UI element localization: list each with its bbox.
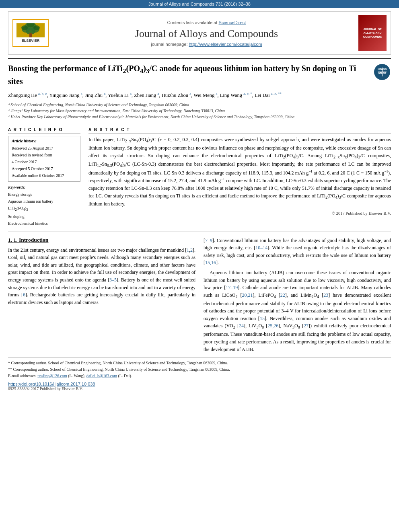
received-date: Received 25 August 2017 <box>12 145 77 152</box>
body-content: 1. 1. Introduction In the 21st century, … <box>8 237 391 353</box>
svg-rect-4 <box>29 33 32 37</box>
keywords-list: Energy storage Aqueous lithium ion batte… <box>8 191 80 226</box>
keyword-5: Electrochemical kinetics <box>8 220 80 227</box>
affiliation-c: ᶜ Hebei Province Key Laboratory of Photo… <box>8 114 391 120</box>
ref-17-19[interactable]: 17–19 <box>226 285 238 290</box>
intro-number: 1. <box>8 237 14 243</box>
sciencedirect-notice: Contents lists available at ScienceDirec… <box>55 19 358 26</box>
available-date: Available online 6 October 2017 <box>12 172 77 179</box>
accepted-date: Accepted 5 October 2017 <box>12 165 77 172</box>
contents-label: Contents lists available at <box>167 20 218 25</box>
article-info-panel: A R T I C L E I N F O Article history: R… <box>8 127 80 226</box>
ref-22[interactable]: 22 <box>280 292 285 298</box>
intro-paragraph-2: [7–9]. Conventional lithium ion battery … <box>204 237 391 267</box>
affiliations: ᵃ School of Chemical Engineering, North … <box>8 102 391 120</box>
article-info-heading: A R T I C L E I N F O <box>8 127 80 134</box>
article-title: Boosting the performance of LiTi2(PO4)3/… <box>8 63 367 87</box>
ref-3-5[interactable]: 3–5 <box>109 277 117 283</box>
email-link-1[interactable]: tswling@126.com <box>37 374 67 378</box>
affiliation-b: ᵇ Jiangxi Key Laboratory for Mass Spectr… <box>8 108 391 114</box>
intro-paragraph-3: Aqueous lithium ion battery (ALIB) can o… <box>204 269 391 353</box>
ref-15b[interactable]: 15 <box>260 316 265 321</box>
email2-name: (L. Dai). <box>118 374 132 378</box>
doi-link[interactable]: https://doi.org/10.1016/j.jallcom.2017.1… <box>8 382 391 386</box>
ref-10-14[interactable]: 10–14 <box>255 245 267 251</box>
email1-name: (L. Wang), <box>68 374 85 378</box>
copyright-notice: © 2017 Published by Elsevier B.V. <box>88 211 391 216</box>
journal-header-center: Contents lists available at ScienceDirec… <box>55 19 358 47</box>
ref-15-16[interactable]: 15,16 <box>205 260 216 265</box>
ref-27[interactable]: 27 <box>304 323 309 329</box>
ref-6[interactable]: 6 <box>23 292 25 298</box>
journal-name: Journal of Alloys and Compounds <box>55 28 358 40</box>
homepage-label: journal homepage: <box>151 42 187 47</box>
svg-point-5 <box>21 25 28 30</box>
revised-date: 4 October 2017 <box>12 158 77 165</box>
article-main: Boosting the performance of LiTi2(PO4)3/… <box>8 63 391 227</box>
ref-2[interactable]: 2 <box>190 247 193 253</box>
elsevier-logo: ELSEVIER <box>12 19 49 47</box>
intro-label: 1. Introduction <box>14 237 49 243</box>
doi-url[interactable]: https://doi.org/10.1016/j.jallcom.2017.1… <box>8 382 95 386</box>
keyword-3: LiTi2(PO4)3 <box>8 205 80 213</box>
body-left-column: 1. 1. Introduction In the 21st century, … <box>8 237 195 353</box>
crossmark-icon: Cross Mark <box>374 64 390 80</box>
footnote-star1: * Corresponding author. School of Chemic… <box>8 360 391 366</box>
email-label: E-mail addresses: <box>8 374 37 378</box>
journal-header: ELSEVIER Contents lists available at Sci… <box>8 11 391 55</box>
abstract-heading: A B S T R A C T <box>88 127 391 134</box>
affiliation-a: ᵃ School of Chemical Engineering, North … <box>8 102 391 108</box>
issn-publisher-line: 0925-8388/© 2017 Published by Elsevier B… <box>8 386 391 391</box>
journal-citation-bar: Journal of Alloys and Compounds 731 (201… <box>0 0 399 8</box>
article-history-box: Article history: Received 25 August 2017… <box>8 136 80 182</box>
main-content-divider <box>8 232 391 232</box>
star1-text: * Corresponding author. School of Chemic… <box>8 361 228 365</box>
body-right-column: [7–9]. Conventional lithium ion battery … <box>204 237 391 353</box>
ref-20-21[interactable]: 20,21 <box>242 292 253 298</box>
keyword-1: Energy storage <box>8 191 80 198</box>
ref-23[interactable]: 23 <box>323 292 328 298</box>
elsevier-tree-icon <box>19 23 43 37</box>
article-info-abstract-layout: A R T I C L E I N F O Article history: R… <box>8 127 391 226</box>
journal-homepage-line: journal homepage: http://www.elsevier.co… <box>55 42 358 47</box>
elsevier-brand-text: ELSEVIER <box>22 39 40 43</box>
introduction-heading: 1. 1. Introduction <box>8 237 195 243</box>
history-label: Article history: <box>12 139 77 143</box>
keyword-4: Sn doping <box>8 213 80 220</box>
intro-paragraph-1: In the 21st century, energy and environm… <box>8 246 195 306</box>
footnote-star2: ** Corresponding author. School of Chemi… <box>8 366 391 373</box>
revised-label: Received in revised form <box>12 152 77 158</box>
sciencedirect-link[interactable]: ScienceDirect <box>219 20 246 25</box>
ref-25-26[interactable]: 25,26 <box>267 323 278 329</box>
crossmark-svg: Cross Mark <box>374 64 390 80</box>
svg-point-6 <box>33 25 40 30</box>
article-info-divider <box>8 124 391 124</box>
abstract-panel: A B S T R A C T In this paper, LiTi2−xSn… <box>88 127 391 226</box>
title-row: Boosting the performance of LiTi2(PO4)3/… <box>8 63 391 87</box>
homepage-url[interactable]: http://www.elsevier.com/locate/jalcom <box>189 42 262 47</box>
ref-1[interactable]: 1 <box>187 247 189 253</box>
journal-citation-text: Journal of Alloys and Compounds 731 (201… <box>148 2 251 6</box>
elsevier-logo-image <box>16 23 45 37</box>
keyword-2: Aqueous lithium ion battery <box>8 198 80 205</box>
abstract-body: In this paper, LiTi2−xSnx(PO4)3/C (x = 0… <box>88 136 391 208</box>
thumb-text: JOURNAL OF ALLOYS AND COMPOUNDS <box>360 27 385 38</box>
ref-7-9[interactable]: 7–9 <box>205 238 212 243</box>
footnotes: * Corresponding author. School of Chemic… <box>8 357 391 391</box>
keywords-label: Keywords: <box>8 185 80 189</box>
star2-text: ** Corresponding author. School of Chemi… <box>8 367 230 372</box>
footnote-emails: E-mail addresses: tswling@126.com (L. Wa… <box>8 373 391 379</box>
authors-line: Zhangxing He a, b, c, Yingqiao Jiang a, … <box>8 91 391 99</box>
email-link-2[interactable]: dailei_b@163.com <box>86 374 117 378</box>
ref-24[interactable]: 24 <box>239 323 244 329</box>
header-divider <box>8 58 391 59</box>
journal-thumbnail: JOURNAL OF ALLOYS AND COMPOUNDS <box>358 15 387 51</box>
crossmark-badge[interactable]: Cross Mark <box>373 63 391 81</box>
